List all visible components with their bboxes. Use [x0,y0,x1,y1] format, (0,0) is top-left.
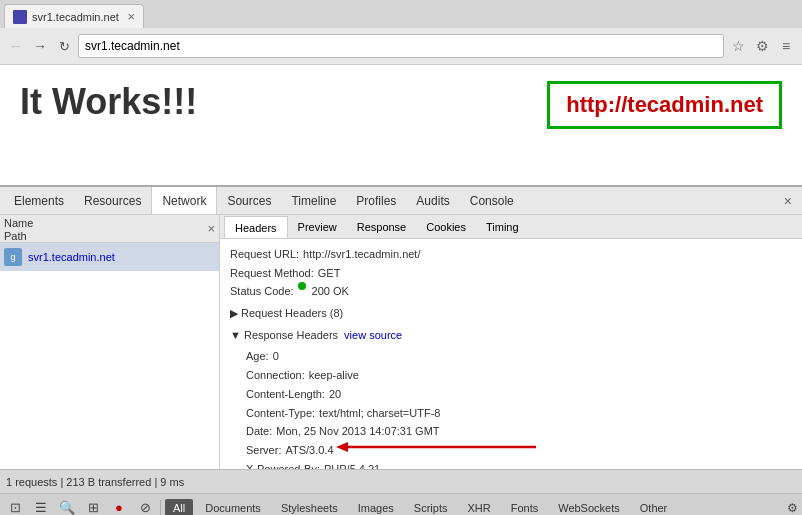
forward-button[interactable]: → [30,36,50,56]
devtools-tab-profiles[interactable]: Profiles [346,187,406,214]
req-headers-label: ▶ Request Headers (8) [230,304,343,323]
content-length-line: Content-Length: 20 [246,385,792,404]
network-row-url[interactable]: svr1.tecadmin.net [28,251,115,263]
response-headers-body: Age: 0 Connection: keep-alive Content-Le… [230,347,792,469]
request-tab-cookies[interactable]: Cookies [416,216,476,238]
settings-icon[interactable]: ⚙ [752,36,772,56]
col-name-label: Name [4,217,33,229]
content-type-value: text/html; charset=UTF-8 [319,404,440,423]
bookmark-star-icon[interactable]: ☆ [728,36,748,56]
filter-scripts[interactable]: Scripts [406,500,456,516]
devtools-body: Name Path × g svr1.tecadmin.net Headers … [0,215,802,469]
red-arrow-annotation [326,437,546,457]
network-row-favicon: g [4,248,22,266]
devtools-tab-bar: Elements Resources Network Sources Timel… [0,187,802,215]
grid-icon[interactable]: ⊞ [82,497,104,516]
filter-other[interactable]: Other [632,500,676,516]
request-tab-headers[interactable]: Headers [224,216,288,238]
network-sidebar: Name Path × g svr1.tecadmin.net [0,215,220,469]
tab-favicon [13,10,27,24]
page-heading: It Works!!! [20,81,197,123]
content-length-label: Content-Length: [246,385,325,404]
favicon-letter: g [10,252,15,262]
status-code-label: Status Code: [230,282,294,301]
filter-xhr[interactable]: XHR [459,500,498,516]
x-powered-line: X-Powered-By: PHP/5.4.21 [246,460,792,469]
request-method-label: Request Method: [230,264,314,283]
devtools-close-button[interactable]: × [778,193,798,209]
devtools-tab-elements[interactable]: Elements [4,187,74,214]
promo-box: http://tecadmin.net [547,81,782,129]
request-url-line: Request URL: http://svr1.tecadmin.net/ [230,245,792,264]
network-row[interactable]: g svr1.tecadmin.net [0,243,219,271]
request-method-value: GET [318,264,341,283]
devtools-tab-timeline[interactable]: Timeline [281,187,346,214]
browser-chrome: svr1.tecadmin.net × ← → ↻ ☆ ⚙ ≡ [0,0,802,65]
resp-headers-section[interactable]: ▼ Response Headers view source [230,326,792,345]
devtools-panel: Elements Resources Network Sources Timel… [0,185,802,495]
filter-stylesheets[interactable]: Stylesheets [273,500,346,516]
menu-icon[interactable]: ≡ [776,36,796,56]
filter-websockets[interactable]: WebSockets [550,500,628,516]
page-content: It Works!!! http://tecadmin.net [0,65,802,185]
server-label: Server: [246,441,281,460]
devtools-tab-sources[interactable]: Sources [217,187,281,214]
age-label: Age: [246,347,269,366]
server-line: Server: ATS/3.0.4 [246,441,792,460]
status-code-line: Status Code: 200 OK [230,282,792,301]
connection-value: keep-alive [309,366,359,385]
network-sidebar-header: Name Path × [0,215,219,243]
list-icon[interactable]: ☰ [30,497,52,516]
age-line: Age: 0 [246,347,792,366]
devtools-settings-gear-icon[interactable]: ⚙ [787,501,798,515]
connection-line: Connection: keep-alive [246,366,792,385]
clear-icon[interactable]: ⊘ [134,497,156,516]
record-icon[interactable]: ● [108,497,130,516]
request-method-line: Request Method: GET [230,264,792,283]
resp-headers-label: ▼ Response Headers [230,326,338,345]
tab-close-button[interactable]: × [127,9,135,24]
request-detail: Headers Preview Response Cookies Timing … [220,215,802,469]
status-bar: 1 requests | 213 B transferred | 9 ms [0,469,802,493]
svg-marker-1 [336,442,348,452]
tab-bar: svr1.tecadmin.net × [0,0,802,28]
address-bar: ← → ↻ ☆ ⚙ ≡ [0,28,802,64]
devtools-tab-resources[interactable]: Resources [74,187,151,214]
req-headers-section[interactable]: ▶ Request Headers (8) [230,304,792,323]
age-value: 0 [273,347,279,366]
devtools-tab-console[interactable]: Console [460,187,524,214]
request-body: Request URL: http://svr1.tecadmin.net/ R… [220,239,802,469]
back-button[interactable]: ← [6,36,26,56]
filter-images[interactable]: Images [350,500,402,516]
request-tab-preview[interactable]: Preview [288,216,347,238]
search-icon[interactable]: 🔍 [56,497,78,516]
tab-title: svr1.tecadmin.net [32,11,121,23]
toolbar-divider [160,500,161,516]
request-tab-timing[interactable]: Timing [476,216,529,238]
devtools-tab-network[interactable]: Network [151,187,217,214]
request-url-label: Request URL: [230,245,299,264]
x-powered-value: PHP/5.4.21 [324,460,380,469]
content-type-label: Content-Type: [246,404,315,423]
filter-fonts[interactable]: Fonts [503,500,547,516]
dock-icon[interactable]: ⊡ [4,497,26,516]
content-length-value: 20 [329,385,341,404]
view-source-link[interactable]: view source [344,326,402,345]
request-tab-response[interactable]: Response [347,216,417,238]
request-url-value: http://svr1.tecadmin.net/ [303,245,420,264]
filter-documents[interactable]: Documents [197,500,269,516]
content-type-line: Content-Type: text/html; charset=UTF-8 [246,404,792,423]
status-code-value: 200 OK [312,282,349,301]
status-dot-icon [298,282,306,290]
x-powered-label: X-Powered-By: [246,460,320,469]
request-tabs: Headers Preview Response Cookies Timing [220,215,802,239]
address-input[interactable] [78,34,724,58]
browser-tab[interactable]: svr1.tecadmin.net × [4,4,144,28]
filter-all-button[interactable]: All [165,499,193,516]
date-label: Date: [246,422,272,441]
reload-button[interactable]: ↻ [54,36,74,56]
devtools-tab-audits[interactable]: Audits [406,187,459,214]
bottom-toolbar: ⊡ ☰ 🔍 ⊞ ● ⊘ All Documents Stylesheets Im… [0,493,802,515]
connection-label: Connection: [246,366,305,385]
sidebar-close-icon[interactable]: × [207,221,215,236]
